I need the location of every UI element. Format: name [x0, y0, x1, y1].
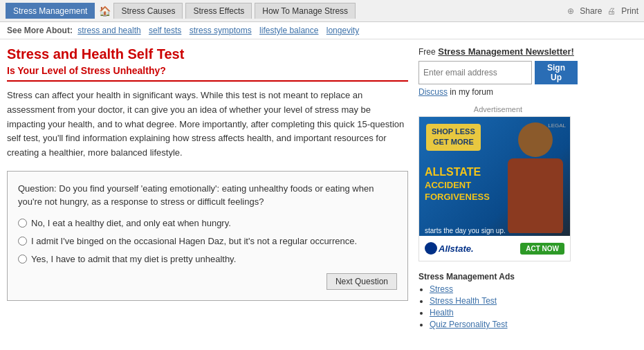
stress-ads-title: Stress Management Ads: [418, 272, 578, 282]
email-input[interactable]: [418, 61, 532, 84]
see-more-link-longevity[interactable]: longevity: [326, 26, 359, 35]
answer-radio-2[interactable]: [18, 237, 27, 246]
ad-sign-line2: GET MORE: [433, 138, 474, 146]
ad-product-1: ACCIDENT: [425, 180, 490, 192]
act-now-button[interactable]: ACT NOW: [520, 243, 564, 255]
answer-label-1: No, I eat a healthy diet, and only eat w…: [31, 217, 231, 230]
nav-tab-stress-management[interactable]: Stress Management: [6, 3, 95, 19]
newsletter-form-row: Sign Up: [418, 61, 578, 84]
ads-link-stress-health[interactable]: Stress Health Test: [430, 296, 497, 306]
ad-sign-line1: SHOP LESS: [432, 127, 475, 136]
signup-button[interactable]: Sign Up: [535, 61, 578, 84]
stress-ads-section: Stress Management Ads Stress Stress Heal…: [418, 272, 578, 329]
page-subtitle: Is Your Level of Stress Unhealthy?: [7, 65, 408, 82]
main-layout: Stress and Health Self Test Is Your Leve…: [0, 39, 644, 338]
discuss-row: Discuss in my forum: [418, 87, 578, 97]
list-item: Stress Health Test: [430, 296, 578, 306]
left-content: Stress and Health Self Test Is Your Leve…: [7, 46, 408, 331]
question-box: Question: Do you find yourself 'eating e…: [7, 171, 408, 301]
ad-sign: SHOP LESS GET MORE: [426, 124, 481, 151]
list-item: Quiz Personality Test: [430, 320, 578, 329]
see-more-link-self-tests[interactable]: self tests: [149, 26, 181, 35]
newsletter-title: Free Stress Management Newsletter!: [418, 46, 578, 57]
answer-option-2: I admit I've binged on the occasional Ha…: [18, 235, 397, 248]
page-title: Stress and Health Self Test: [7, 46, 408, 62]
ad-brand-text: ALLSTATE ACCIDENT FORGIVENESS: [425, 165, 490, 203]
ad-brand: ALLSTATE: [425, 165, 490, 180]
nav-tab-stress-causes[interactable]: Stress Causes: [113, 3, 183, 19]
answer-label-3: Yes, I have to admit that my diet is pre…: [31, 253, 236, 266]
answer-radio-1[interactable]: [18, 219, 27, 228]
print-icon: 🖨: [607, 6, 616, 16]
home-icon[interactable]: 🏠: [99, 6, 111, 17]
ad-section: Advertisement LEGAL SHOP LESS GET MORE p…: [418, 105, 578, 261]
answer-radio-3[interactable]: [18, 255, 27, 264]
answer-option-1: No, I eat a healthy diet, and only eat w…: [18, 217, 397, 230]
answer-label-2: I admit I've binged on the occasional Ha…: [31, 235, 357, 248]
ads-link-stress[interactable]: Stress: [430, 284, 453, 294]
see-more-link-stress-health[interactable]: stress and health: [77, 26, 140, 35]
share-link[interactable]: Share: [580, 6, 602, 16]
ad-bottom-bar: Allstate. ACT NOW: [419, 236, 570, 261]
answer-option-3: Yes, I have to admit that my diet is pre…: [18, 253, 397, 266]
ads-link-health[interactable]: Health: [430, 308, 454, 317]
see-more-link-lifestyle[interactable]: lifestyle balance: [259, 26, 318, 35]
ads-link-quiz[interactable]: Quiz Personality Test: [430, 320, 508, 329]
next-question-button[interactable]: Next Question: [326, 273, 397, 290]
top-navigation: Stress Management 🏠 Stress Causes Stress…: [0, 0, 644, 22]
right-sidebar: Free Stress Management Newsletter! Sign …: [418, 46, 578, 331]
ad-product-2: FORGIVENESS: [425, 192, 490, 203]
list-item: Stress: [430, 284, 578, 294]
expand-icon: ⊕: [567, 6, 574, 16]
print-link[interactable]: Print: [621, 6, 638, 16]
ad-box[interactable]: LEGAL SHOP LESS GET MORE person ALLSTATE…: [418, 116, 571, 261]
newsletter-section: Free Stress Management Newsletter! Sign …: [418, 46, 578, 97]
list-item: Health: [430, 308, 578, 317]
nav-tab-stress-effects[interactable]: Stress Effects: [185, 3, 252, 19]
discuss-link[interactable]: Discuss: [418, 87, 448, 97]
question-text: Question: Do you find yourself 'eating e…: [18, 182, 397, 209]
next-btn-row: Next Question: [18, 273, 397, 290]
newsletter-title-text: Stress Management Newsletter!: [438, 46, 574, 57]
discuss-suffix: in my forum: [448, 87, 493, 97]
see-more-bar: See More About: stress and health self t…: [0, 22, 644, 39]
free-label: Free: [418, 47, 436, 57]
allstate-logo: Allstate.: [439, 243, 474, 254]
intro-text: Stress can affect your health in signifi…: [7, 89, 408, 160]
nav-actions: ⊕ Share 🖨 Print: [567, 6, 638, 16]
stress-ads-list: Stress Stress Health Test Health Quiz Pe…: [418, 284, 578, 329]
see-more-link-symptoms[interactable]: stress symptoms: [190, 26, 252, 35]
ad-tagline: starts the day you sign up.: [425, 227, 506, 234]
see-more-label: See More About:: [7, 26, 73, 35]
nav-tab-how-to-manage[interactable]: How To Manage Stress: [255, 3, 356, 19]
ad-label: Advertisement: [418, 105, 578, 113]
